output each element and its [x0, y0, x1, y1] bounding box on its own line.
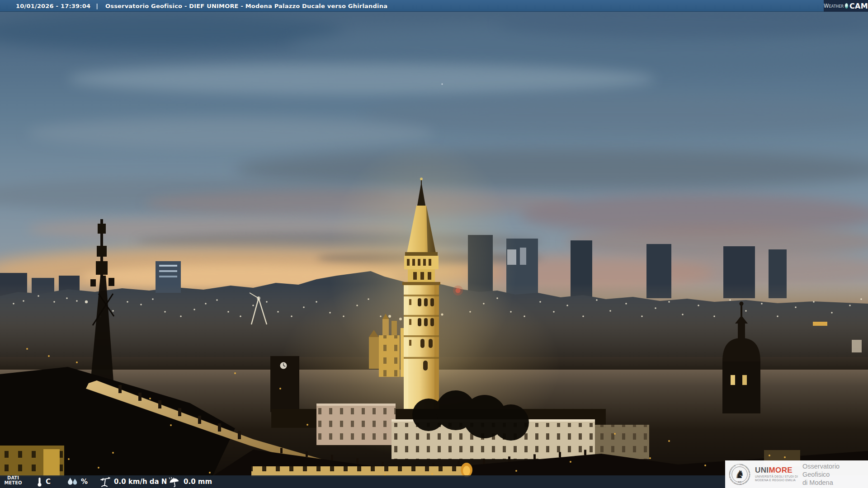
unimore-wordmark: UNIMORE UNIVERSITÀ DEGLI STUDI DI MODENA…	[755, 466, 798, 482]
rain-value: 0.0 mm	[184, 478, 212, 486]
webcam-frame: 10/01/2026 - 17:39:04 | Osservatorio Geo…	[0, 0, 868, 488]
separator: |	[96, 3, 98, 9]
weathercam-word: Weather	[824, 3, 844, 9]
cityscape	[0, 0, 868, 488]
wind-vane-icon	[98, 476, 112, 488]
humidity-value: %	[81, 478, 88, 486]
seal-knight-icon: ♞	[735, 468, 745, 480]
umbrella-icon	[168, 477, 180, 487]
sky-dot	[441, 83, 443, 84]
meteo-label: DATI METEO	[0, 475, 26, 485]
wind-value: 0.0 km/h da N	[114, 478, 167, 486]
weathercam-cam: CAM	[849, 2, 868, 10]
university-name-line1: UNIVERSITÀ DEGLI STUDI DI	[755, 475, 798, 479]
camera-title: Osservatorio Geofisico - DIEF UNIMORE - …	[105, 3, 387, 9]
camera-lens-icon	[845, 3, 848, 9]
weathercam-logo: Weather CAM	[824, 0, 868, 12]
seal-year: 1175	[738, 481, 741, 483]
webcam-photo	[0, 0, 868, 488]
top-info-bar: 10/01/2026 - 17:39:04 | Osservatorio Geo…	[0, 0, 868, 12]
datetime-text: 10/01/2026 - 17:39:04	[16, 3, 90, 9]
temperature-value: C	[46, 478, 51, 486]
unimore-more: MORE	[769, 466, 793, 474]
unimore-branding: UNIVERSITAS STUDIORUM MUTINENSIS ET REGI…	[725, 460, 868, 488]
thermometer-icon	[36, 477, 43, 487]
university-name-line2: MODENA E REGGIO EMILIA	[755, 479, 798, 482]
unimore-seal: UNIVERSITAS STUDIORUM MUTINENSIS ET REGI…	[729, 464, 750, 485]
droplets-icon	[66, 477, 79, 487]
observatory-name: Osservatorio Geofisico di Modena	[802, 462, 868, 487]
unimore-uni: UNI	[755, 466, 769, 474]
